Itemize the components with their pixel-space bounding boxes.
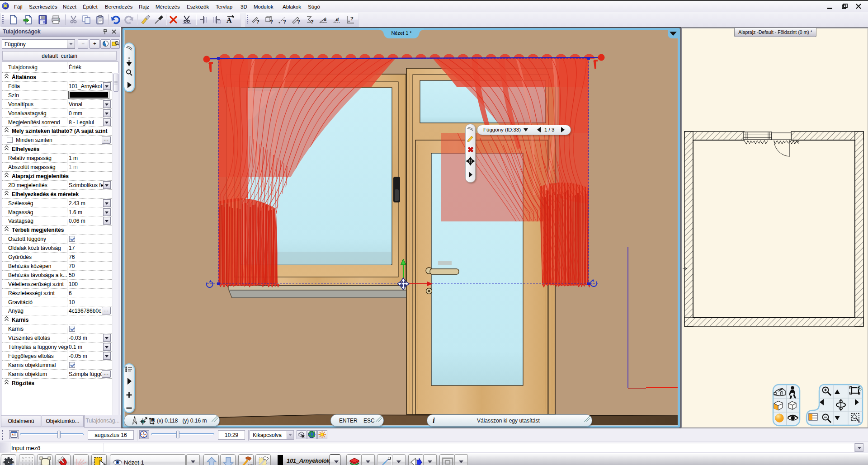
svg-text:A: A (226, 16, 232, 24)
svg-text:?: ? (350, 16, 354, 21)
svg-text:α: α (324, 17, 327, 22)
svg-text:?: ? (311, 19, 314, 24)
svg-text:?: ? (270, 19, 273, 24)
svg-text:?: ? (297, 19, 300, 24)
svg-text:R: R (151, 418, 155, 422)
svg-text:?: ? (256, 19, 259, 24)
svg-text:α: α (336, 17, 339, 22)
svg-text:?: ? (283, 19, 286, 24)
